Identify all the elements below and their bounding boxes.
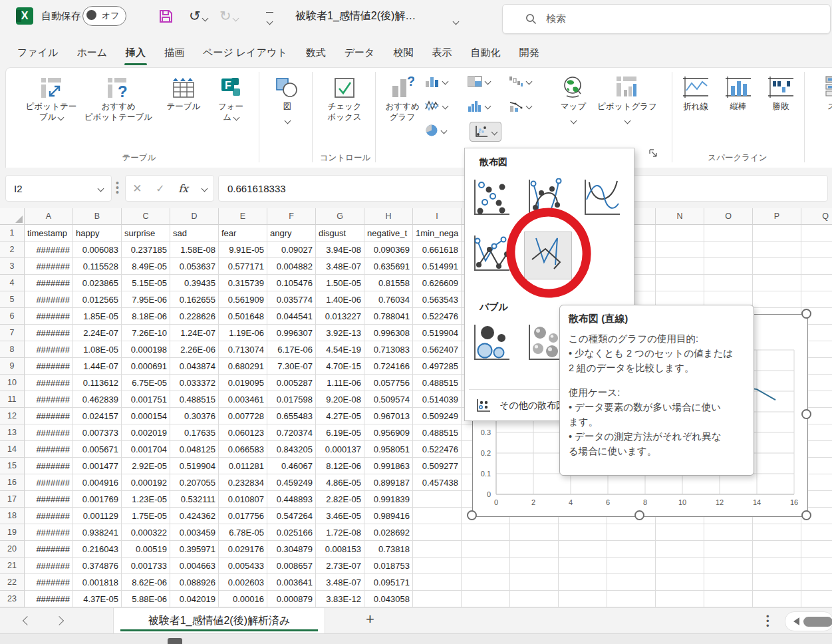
cell-B20[interactable]: 0.216043 [73,541,122,558]
cell-I5[interactable]: 0.563543 [413,291,462,308]
ribbon-tab-ファイル[interactable]: ファイル [8,41,67,67]
ribbon-tab-表示[interactable]: 表示 [422,41,461,67]
ribbon-tab-自動化[interactable]: 自動化 [461,41,509,67]
cell-A7[interactable]: ####### [25,325,73,341]
cell-F12[interactable]: 0.655483 [267,408,316,424]
forms-button[interactable]: F フォー ム [209,73,252,123]
cell-N4[interactable] [656,275,704,291]
cell-D4[interactable]: 0.39435 [170,275,219,291]
sheet-nav-right-button[interactable] [55,616,64,625]
column-header-Q[interactable]: Q [801,208,832,225]
cell-H7[interactable]: 0.996308 [364,325,413,341]
cell-B1[interactable]: happy [73,225,122,242]
table-button[interactable]: テーブル [158,73,209,112]
cell-G20[interactable]: 0.008153 [316,541,364,558]
cell-A2[interactable]: ####### [25,242,73,258]
cell-F21[interactable]: 0.008657 [267,558,316,574]
cell-C7[interactable]: 7.26E-10 [122,325,170,341]
column-header-O[interactable]: O [704,208,753,225]
save-button[interactable] [158,9,174,27]
column-header-F[interactable]: F [267,208,316,225]
cell-C18[interactable]: 1.75E-05 [122,508,170,524]
cell-A4[interactable]: ####### [25,275,73,291]
cell-J22[interactable] [462,574,510,591]
cell-C9[interactable]: 0.000691 [122,358,170,375]
cell-L22[interactable] [559,574,607,591]
cell-I20[interactable] [413,541,462,558]
cell-H10[interactable]: 0.057756 [364,375,413,391]
cell-B7[interactable]: 2.24E-07 [73,325,122,341]
scatter-smooth-thumb[interactable] [581,176,627,223]
cell-B3[interactable]: 0.115528 [73,258,122,275]
scrollbar-thumb[interactable] [803,617,832,627]
cell-K21[interactable] [510,558,559,574]
cell-F23[interactable]: 0.000879 [267,591,316,607]
horizontal-scrollbar[interactable] [785,611,832,631]
row-header-22[interactable]: 22 [0,574,25,591]
row-header-8[interactable]: 8 [0,341,25,358]
cell-A6[interactable]: ####### [25,308,73,325]
cell-H16[interactable]: 0.899187 [364,474,413,491]
cell-H9[interactable]: 0.724166 [364,358,413,375]
cell-F5[interactable]: 0.035774 [267,291,316,308]
row-header-17[interactable]: 17 [0,491,25,508]
scatter-straight-markers-thumb[interactable] [470,232,517,279]
cell-J21[interactable] [462,558,510,574]
cell-D9[interactable]: 0.043874 [170,358,219,375]
cell-Q2[interactable] [801,242,832,258]
cell-F16[interactable]: 0.459249 [267,474,316,491]
cell-G9[interactable]: 4.70E-15 [316,358,364,375]
cell-D14[interactable]: 0.048125 [170,441,219,458]
cell-G7[interactable]: 3.92E-13 [316,325,364,341]
cell-H20[interactable]: 0.73818 [364,541,413,558]
insert-function-button[interactable]: fx [178,182,188,195]
cell-D17[interactable]: 0.532111 [170,491,219,508]
cell-C5[interactable]: 7.95E-06 [122,291,170,308]
cell-E22[interactable]: 0.002603 [219,574,267,591]
cell-E13[interactable]: 0.060123 [219,424,267,441]
cell-H18[interactable]: 0.989416 [364,508,413,524]
cell-A8[interactable]: ####### [25,341,73,358]
cell-L20[interactable] [559,541,607,558]
cell-B14[interactable]: 0.005671 [73,441,122,458]
cell-G15[interactable]: 8.12E-06 [316,458,364,474]
row-header-5[interactable]: 5 [0,291,25,308]
cell-O20[interactable] [704,541,753,558]
cell-A9[interactable]: ####### [25,358,73,375]
row-header-21[interactable]: 21 [0,558,25,574]
cell-N1[interactable] [656,225,704,242]
cell-F17[interactable]: 0.448893 [267,491,316,508]
cell-O23[interactable] [704,591,753,607]
chart-handle[interactable] [801,409,811,419]
cell-E6[interactable]: 0.501648 [219,308,267,325]
column-header-C[interactable]: C [122,208,170,225]
cell-J19[interactable] [462,524,510,541]
cell-O21[interactable] [704,558,753,574]
cell-D16[interactable]: 0.207055 [170,474,219,491]
redo-button[interactable]: ↻ [219,8,238,24]
cell-I17[interactable] [413,491,462,508]
cell-F19[interactable]: 0.025166 [267,524,316,541]
cell-M20[interactable] [607,541,656,558]
document-title[interactable]: 被験者1_感情値2(後)解… [295,9,416,23]
cell-G10[interactable]: 1.11E-06 [316,375,364,391]
cell-P23[interactable] [753,591,801,607]
cell-C14[interactable]: 0.001704 [122,441,170,458]
cell-P20[interactable] [753,541,801,558]
cell-I10[interactable]: 0.488515 [413,375,462,391]
cell-G5[interactable]: 1.40E-06 [316,291,364,308]
column-header-I[interactable]: I [413,208,462,225]
cell-G8[interactable]: 4.54E-19 [316,341,364,358]
cell-D15[interactable]: 0.519904 [170,458,219,474]
name-box-chevron-icon[interactable] [98,185,104,192]
cell-I19[interactable] [413,524,462,541]
cell-A22[interactable]: ####### [25,574,73,591]
charts-dialog-launcher[interactable] [649,148,658,160]
cell-G3[interactable]: 3.48E-07 [316,258,364,275]
cell-E4[interactable]: 0.315739 [219,275,267,291]
cell-O3[interactable] [704,258,753,275]
cell-F4[interactable]: 0.105476 [267,275,316,291]
cell-P4[interactable] [753,275,801,291]
cell-P21[interactable] [753,558,801,574]
row-header-13[interactable]: 13 [0,424,25,441]
